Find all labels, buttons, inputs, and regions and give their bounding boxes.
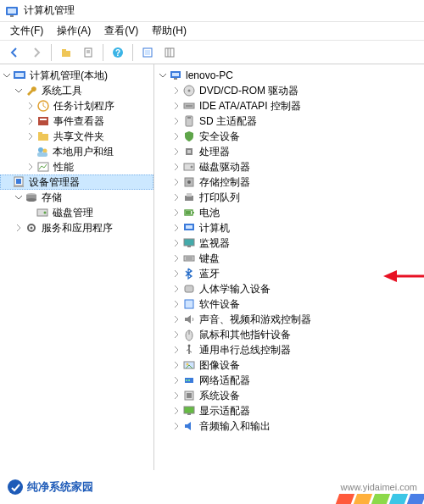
tree-systools[interactable]: 系统工具 (0, 83, 153, 98)
expand-icon[interactable] (14, 223, 24, 233)
device-category[interactable]: 处理器 (154, 144, 424, 159)
expand-icon[interactable] (171, 223, 181, 233)
tree-services[interactable]: 服务和应用程序 (0, 220, 153, 235)
expand-icon[interactable] (171, 208, 181, 218)
expand-icon[interactable] (25, 101, 36, 111)
computer-icon (182, 221, 196, 235)
up-button[interactable] (57, 43, 75, 62)
tree-tasksched[interactable]: 任务计划程序 (0, 98, 153, 114)
device-category[interactable]: DVD/CD-ROM 驱动器 (154, 83, 424, 98)
cols-button[interactable] (160, 43, 179, 62)
tree-localusers[interactable]: 本地用户和组 (0, 144, 153, 159)
expand-icon[interactable] (171, 116, 181, 126)
expand-icon[interactable] (171, 238, 181, 248)
tree-perf[interactable]: 性能 (0, 159, 153, 174)
device-category[interactable]: 磁盘驱动器 (154, 159, 424, 174)
device-tree-pane[interactable]: lenovo-PC DVD/CD-ROM 驱动器IDE ATA/ATAPI 控制… (154, 64, 424, 470)
expand-icon[interactable] (171, 390, 181, 401)
collapse-icon[interactable] (14, 192, 24, 202)
tree-root[interactable]: 计算机管理(本地) (0, 68, 153, 83)
collapse-icon[interactable] (14, 86, 24, 96)
device-category[interactable]: 声音、视频和游戏控制器 (154, 312, 424, 327)
expand-icon[interactable] (171, 269, 181, 279)
tree-label: 计算机管理(本地) (30, 69, 108, 83)
device-label: DVD/CD-ROM 驱动器 (199, 84, 298, 98)
help-button[interactable]: ? (109, 43, 127, 62)
svg-rect-44 (187, 117, 191, 119)
expand-icon[interactable] (171, 131, 181, 141)
expand-icon[interactable] (171, 253, 181, 263)
device-label: 蓝牙 (199, 267, 220, 281)
tree-diskmgmt[interactable]: 磁盘管理 (0, 205, 153, 220)
expand-icon[interactable] (171, 147, 181, 157)
device-category[interactable]: 蓝牙 (154, 266, 424, 281)
menu-view[interactable]: 查看(V) (98, 22, 145, 40)
tree-storage-group[interactable]: 存储 (0, 190, 153, 205)
expand-icon[interactable] (171, 421, 181, 431)
expand-icon[interactable] (171, 86, 181, 96)
expand-icon[interactable] (171, 192, 181, 202)
toolbar-separator (51, 44, 52, 61)
forward-button[interactable] (27, 43, 46, 62)
svg-point-73 (188, 379, 190, 381)
tree-devmgr[interactable]: 设备管理器 (0, 174, 153, 190)
device-host[interactable]: lenovo-PC (154, 68, 424, 83)
expand-icon[interactable] (171, 406, 181, 416)
device-host-label: lenovo-PC (186, 69, 233, 81)
expand-icon[interactable] (171, 101, 181, 111)
device-category[interactable]: 监视器 (154, 235, 424, 251)
device-category[interactable]: 网络适配器 (154, 373, 424, 388)
audio-icon (182, 419, 196, 433)
device-category[interactable]: SD 主适配器 (154, 114, 424, 129)
menu-file[interactable]: 文件(F) (3, 22, 50, 40)
collapse-icon[interactable] (158, 70, 168, 80)
expand-icon[interactable] (171, 177, 181, 187)
device-category[interactable]: 系统设备 (154, 388, 424, 403)
svg-rect-27 (16, 179, 21, 184)
back-button[interactable] (5, 43, 24, 62)
expand-icon[interactable] (171, 299, 181, 309)
tree-eventviewer[interactable]: 事件查看器 (0, 114, 153, 129)
expand-icon[interactable] (25, 131, 36, 141)
app-icon (5, 4, 19, 18)
svg-rect-20 (38, 134, 48, 141)
expand-icon[interactable] (171, 284, 181, 294)
expand-icon[interactable] (171, 330, 181, 340)
device-category[interactable]: 电池 (154, 205, 424, 220)
svg-rect-16 (15, 73, 24, 77)
device-category[interactable]: IDE ATA/ATAPI 控制器 (154, 98, 424, 114)
brand-stripes (338, 494, 424, 504)
device-category[interactable]: 软件设备 (154, 296, 424, 312)
ide-icon (182, 99, 196, 113)
device-category[interactable]: 人体学输入设备 (154, 281, 424, 296)
collapse-icon[interactable] (2, 70, 12, 80)
props-button[interactable] (79, 43, 98, 62)
usb-icon (182, 343, 196, 357)
expand-icon[interactable] (171, 314, 181, 324)
device-category[interactable]: 通用串行总线控制器 (154, 342, 424, 357)
device-category[interactable]: 计算机 (154, 220, 424, 235)
svg-point-72 (186, 379, 187, 381)
device-category[interactable]: 音频输入和输出 (154, 418, 424, 434)
expand-icon[interactable] (171, 345, 181, 355)
device-category[interactable]: 安全设备 (154, 129, 424, 144)
refresh-button[interactable] (138, 43, 157, 62)
device-category[interactable]: 打印队列 (154, 190, 424, 205)
expand-icon[interactable] (25, 116, 36, 126)
device-category[interactable]: 存储控制器 (154, 174, 424, 190)
tree-sharedfolders[interactable]: 共享文件夹 (0, 129, 153, 144)
device-category[interactable]: 鼠标和其他指针设备 (154, 327, 424, 342)
svg-rect-52 (187, 193, 192, 197)
menu-help[interactable]: 帮助(H) (145, 22, 193, 40)
device-label: 网络适配器 (199, 374, 250, 388)
device-category[interactable]: 显示适配器 (154, 403, 424, 418)
left-tree-pane[interactable]: 计算机管理(本地) 系统工具 任务计划程序 事件查看器 共享文件夹 本地用户和组 (0, 64, 154, 470)
device-category[interactable]: 图像设备 (154, 357, 424, 373)
device-category[interactable]: 键盘 (154, 251, 424, 266)
menu-action[interactable]: 操作(A) (50, 22, 98, 40)
expand-icon[interactable] (171, 360, 181, 370)
expand-icon[interactable] (171, 162, 181, 172)
expand-icon[interactable] (171, 375, 181, 385)
expand-icon[interactable] (25, 162, 36, 172)
device-label: 显示适配器 (199, 404, 250, 418)
